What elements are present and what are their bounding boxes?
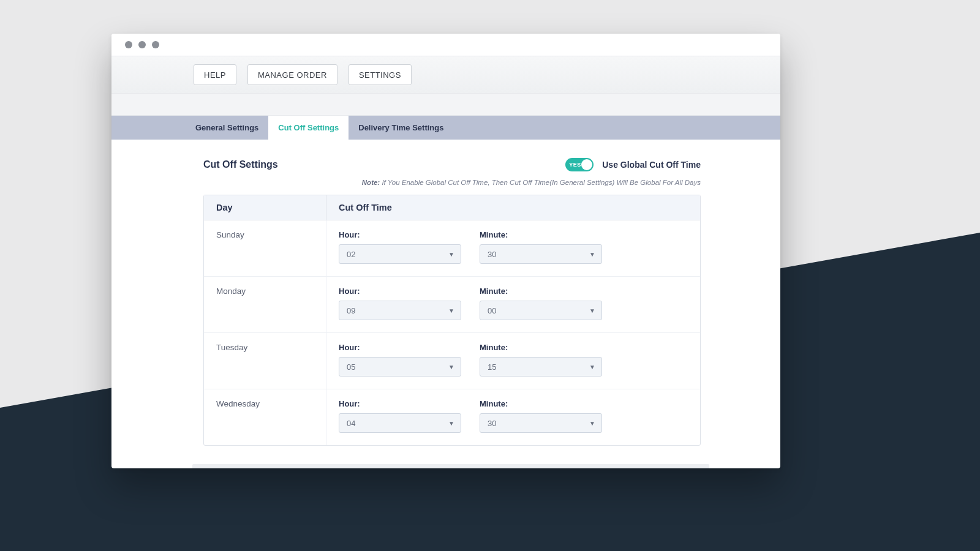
chevron-down-icon: ▼ [589, 251, 595, 258]
minute-select-monday[interactable]: 00 ▼ [480, 301, 602, 320]
cutoff-table: Day Cut Off Time Sunday Hour: 02 ▼ [203, 195, 701, 446]
app-window: HELP MANAGE ORDER SETTINGS General Setti… [111, 34, 780, 468]
chevron-down-icon: ▼ [448, 364, 454, 370]
toggle-state-label: YES [569, 162, 581, 168]
hour-label: Hour: [339, 230, 461, 239]
minute-select-wednesday[interactable]: 30 ▼ [480, 413, 602, 433]
hour-select-monday[interactable]: 09 ▼ [339, 301, 461, 320]
table-row: Monday Hour: 09 ▼ Minute: [204, 277, 700, 333]
sub-toolbar [111, 94, 780, 116]
hour-value: 02 [347, 250, 355, 259]
hour-value: 04 [347, 419, 355, 428]
minute-label: Minute: [480, 230, 602, 239]
chevron-down-icon: ▼ [589, 307, 595, 314]
hour-select-wednesday[interactable]: 04 ▼ [339, 413, 461, 433]
global-cutoff-toggle[interactable]: YES [565, 158, 594, 171]
window-titlebar [111, 34, 780, 56]
content-area: Cut Off Settings YES Use Global Cut Off … [111, 140, 780, 468]
minute-value: 15 [488, 362, 496, 372]
note-body: If You Enable Global Cut Off Time, Then … [380, 179, 701, 186]
note-text: Note: If You Enable Global Cut Off Time,… [203, 179, 701, 186]
table-header: Day Cut Off Time [204, 195, 700, 220]
section-title: Cut Off Settings [203, 159, 278, 170]
chevron-down-icon: ▼ [589, 364, 595, 370]
table-row: Tuesday Hour: 05 ▼ Minute: [204, 333, 700, 389]
hour-value: 05 [347, 362, 355, 372]
day-cell: Monday [204, 277, 326, 332]
minute-select-tuesday[interactable]: 15 ▼ [480, 357, 602, 377]
settings-tabs: General Settings Cut Off Settings Delive… [111, 116, 780, 140]
tab-delivery-time-settings[interactable]: Delivery Time Settings [349, 116, 453, 140]
day-cell: Wednesday [204, 389, 326, 445]
window-dot-minimize[interactable] [138, 41, 146, 48]
manage-order-button[interactable]: MANAGE ORDER [247, 64, 337, 85]
window-dot-zoom[interactable] [152, 41, 159, 48]
hour-label: Hour: [339, 399, 461, 408]
settings-button[interactable]: SETTINGS [349, 64, 412, 85]
global-cutoff-toggle-label: Use Global Cut Off Time [602, 160, 701, 170]
note-prefix: Note: [362, 179, 380, 186]
hour-select-sunday[interactable]: 02 ▼ [339, 244, 461, 264]
help-button[interactable]: HELP [194, 64, 236, 85]
minute-value: 00 [488, 306, 496, 315]
minute-value: 30 [488, 250, 496, 259]
chevron-down-icon: ▼ [448, 307, 454, 314]
chevron-down-icon: ▼ [448, 420, 454, 427]
toggle-knob [581, 159, 592, 170]
table-header-time: Cut Off Time [326, 195, 700, 220]
table-row: Sunday Hour: 02 ▼ Minute: [204, 220, 700, 277]
window-dot-close[interactable] [125, 41, 132, 48]
main-toolbar: HELP MANAGE ORDER SETTINGS [111, 56, 780, 94]
minute-label: Minute: [480, 287, 602, 296]
chevron-down-icon: ▼ [448, 251, 454, 258]
horizontal-scrollbar[interactable] [192, 464, 709, 468]
minute-select-sunday[interactable]: 30 ▼ [480, 244, 602, 264]
day-cell: Tuesday [204, 333, 326, 389]
hour-label: Hour: [339, 343, 461, 352]
tab-cut-off-settings[interactable]: Cut Off Settings [268, 116, 349, 140]
minute-value: 30 [488, 419, 496, 428]
table-row: Wednesday Hour: 04 ▼ Minute: [204, 389, 700, 445]
tab-general-settings[interactable]: General Settings [186, 116, 268, 140]
chevron-down-icon: ▼ [589, 420, 595, 427]
day-cell: Sunday [204, 220, 326, 276]
hour-label: Hour: [339, 287, 461, 296]
hour-select-tuesday[interactable]: 05 ▼ [339, 357, 461, 377]
minute-label: Minute: [480, 399, 602, 408]
table-header-day: Day [204, 195, 326, 220]
minute-label: Minute: [480, 343, 602, 352]
hour-value: 09 [347, 306, 355, 315]
